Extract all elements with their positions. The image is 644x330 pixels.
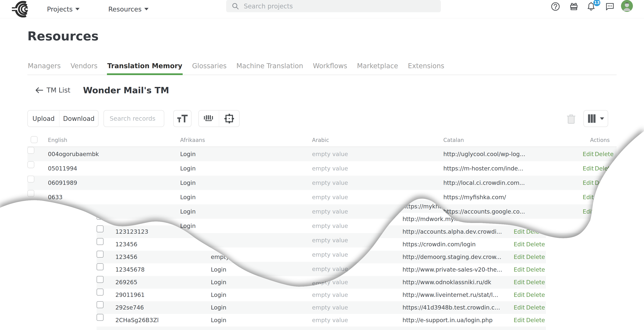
delete-link[interactable]: Delete	[526, 289, 545, 301]
tab-managers[interactable]: Managers	[28, 57, 61, 75]
row-checkbox[interactable]	[96, 289, 104, 296]
table-row: 292se746Loginempty valuehttps://41d3948b…	[96, 301, 546, 314]
cell-arabic: empty value	[312, 314, 348, 327]
cell-afrikaans: Login	[211, 276, 226, 289]
edit-link[interactable]: Edit	[583, 161, 594, 176]
row-checkbox[interactable]	[28, 147, 34, 154]
cell-english: 05011994	[48, 161, 77, 176]
global-search[interactable]	[226, 0, 441, 12]
messages-button[interactable]	[605, 1, 615, 11]
edit-link[interactable]: Edit	[514, 301, 525, 314]
row-checkbox[interactable]	[28, 190, 34, 197]
edit-link[interactable]: Edit	[514, 251, 525, 263]
select-all-checkbox[interactable]	[31, 136, 38, 143]
upload-button[interactable]: Upload	[28, 110, 60, 127]
row-checkbox[interactable]	[28, 176, 34, 183]
tab-marketplace[interactable]: Marketplace	[357, 57, 398, 75]
search-input[interactable]	[244, 2, 417, 10]
row-checkbox[interactable]	[96, 314, 104, 321]
row-checkbox[interactable]	[28, 161, 34, 168]
cell-arabic: empty value	[312, 248, 348, 262]
edit-link[interactable]: Edit	[514, 289, 525, 301]
tm-header: TM List Wonder Mail's TM	[28, 84, 169, 96]
edit-link[interactable]: Edit	[583, 147, 594, 161]
table-row: 2CHaSg26B3ZlLoginempty valuehttp://e-sup…	[96, 314, 546, 327]
app-logo-icon[interactable]	[12, 1, 35, 17]
tab-translation-memory[interactable]: Translation Memory	[107, 57, 183, 75]
chevron-down-icon	[144, 8, 148, 10]
user-avatar[interactable]	[621, 0, 633, 12]
tab-glossaries[interactable]: Glossaries	[192, 57, 227, 75]
delete-link[interactable]: Delete	[526, 251, 545, 263]
cell-afrikaans: Login	[211, 263, 226, 276]
table-row: 29011961Loginempty valuehttp://www.livei…	[96, 289, 546, 301]
cell-afrikaans: Login	[211, 314, 226, 327]
row-checkbox[interactable]	[96, 225, 104, 232]
barcode-filter-button[interactable]	[199, 110, 219, 127]
nav-menu-projects[interactable]: Projects	[47, 0, 80, 18]
tab-workflows[interactable]: Workflows	[312, 57, 348, 75]
row-checkbox[interactable]	[96, 251, 104, 258]
delete-link[interactable]: Delete	[526, 263, 545, 276]
cell-english: 29011961	[116, 289, 145, 301]
edit-link[interactable]: Edit	[514, 238, 525, 251]
cell-arabic: empty value	[312, 147, 348, 161]
edit-link[interactable]: Edit	[514, 276, 525, 289]
tab-extensions[interactable]: Extensions	[408, 57, 445, 75]
whats-new-button[interactable]	[569, 1, 579, 11]
frame-filter-button[interactable]	[219, 110, 239, 127]
cell-catalan: http://local.ci.crowdin.com...	[443, 176, 525, 190]
search-records-input[interactable]	[109, 115, 160, 122]
cell-catalan: https://myfishka.com/	[443, 190, 506, 204]
case-sensitive-filter-button[interactable]	[173, 110, 192, 127]
table-row	[96, 327, 546, 330]
delete-link[interactable]: Delete	[526, 301, 545, 314]
cell-arabic: empty value	[312, 289, 348, 301]
cell-english: 292se746	[116, 301, 144, 314]
letter-case-icon	[177, 114, 188, 124]
cell-afrikaans: Login	[180, 161, 196, 176]
edit-link[interactable]: Edit	[514, 263, 525, 276]
delete-link[interactable]: Delete	[526, 314, 545, 327]
delete-link[interactable]: Delete	[526, 276, 545, 289]
column-header-actions: Actions	[590, 137, 610, 143]
table-row: Loginempty valuehttps://accounts.google.…	[28, 204, 616, 219]
cell-catalan: http://demoorg.staging.dev.crow...	[402, 251, 502, 263]
row-checkbox[interactable]	[96, 238, 104, 245]
tm-title: Wonder Mail's TM	[83, 85, 169, 95]
arrow-left-icon	[35, 87, 43, 93]
table-row: 06091989Loginempty valuehttp://local.ci.…	[28, 176, 616, 190]
cell-catalan: http://www.private-sales-v20-the...	[402, 263, 502, 276]
gift-icon	[569, 2, 579, 11]
cell-catalan: https://41d3948b.test.crowdin.c...	[402, 301, 500, 314]
tab-machine-translation[interactable]: Machine Translation	[236, 57, 304, 75]
crop-frame-icon	[224, 113, 234, 124]
row-checkbox[interactable]	[96, 263, 104, 270]
notification-badge: 13	[594, 0, 600, 6]
edit-link[interactable]: Edit	[583, 176, 594, 190]
row-checkbox[interactable]	[96, 276, 104, 283]
back-link-label: TM List	[46, 86, 70, 94]
help-button[interactable]	[550, 1, 560, 11]
edit-link[interactable]: Edit	[583, 190, 594, 204]
delete-link[interactable]: Delete	[526, 238, 545, 251]
search-icon	[232, 2, 239, 10]
cell-catalan: https://crowdin.com/login	[402, 238, 476, 251]
delete-link[interactable]: Delete	[595, 147, 614, 161]
cell-arabic: empty value	[312, 204, 348, 219]
download-button[interactable]: Download	[60, 110, 98, 127]
row-checkbox[interactable]	[96, 301, 104, 308]
edit-link[interactable]: Edit	[514, 314, 525, 327]
back-to-tm-list-link[interactable]: TM List	[35, 86, 70, 94]
cell-catalan: https://accounts.google.co...	[443, 204, 525, 219]
delete-selected-button-disabled[interactable]	[566, 114, 576, 124]
cell-afrikaans: Login	[211, 301, 226, 314]
nav-menu-resources[interactable]: Resources	[108, 0, 148, 18]
columns-view-dropdown[interactable]	[584, 110, 608, 127]
chevron-down-icon	[600, 117, 604, 120]
barcode-icon	[204, 114, 214, 123]
tab-vendors[interactable]: Vendors	[70, 57, 98, 75]
cell-afrikaans: Login	[180, 176, 196, 190]
cell-afrikaans: Login	[211, 289, 226, 301]
cell-afrikaans: Login	[180, 190, 196, 204]
